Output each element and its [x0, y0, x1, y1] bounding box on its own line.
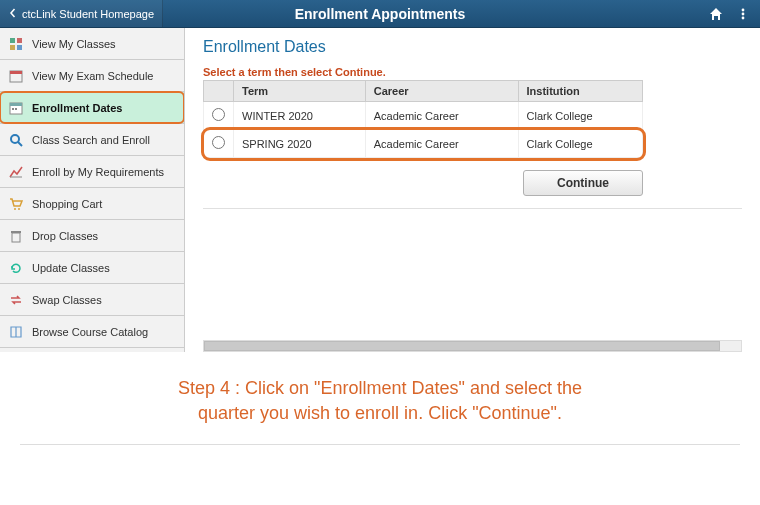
col-career: Career: [365, 81, 518, 102]
col-term: Term: [234, 81, 366, 102]
sidebar-item-label: Drop Classes: [32, 230, 98, 242]
back-button-label: ctcLink Student Homepage: [22, 8, 154, 20]
instruction-text: Select a term then select Continue.: [203, 66, 742, 78]
sidebar-item-swap-classes[interactable]: Swap Classes: [0, 284, 184, 316]
more-icon[interactable]: [736, 6, 750, 22]
sidebar-item-label: Update Classes: [32, 262, 110, 274]
sidebar-item-label: Browse Course Catalog: [32, 326, 148, 338]
search-icon: [8, 132, 24, 148]
main-content: Enrollment Dates Select a term then sele…: [185, 28, 760, 352]
institution-cell: Clark College: [518, 102, 642, 130]
caption-line: quarter you wish to enroll in. Click "Co…: [40, 401, 720, 426]
cart-icon: [8, 196, 24, 212]
svg-point-0: [742, 8, 745, 11]
term-row[interactable]: WINTER 2020 Academic Career Clark Colleg…: [204, 102, 643, 130]
topbar: ctcLink Student Homepage Enrollment Appo…: [0, 0, 760, 28]
svg-rect-5: [10, 45, 15, 50]
career-cell: Academic Career: [365, 130, 518, 158]
svg-rect-12: [15, 108, 17, 110]
sidebar-item-class-search[interactable]: Class Search and Enroll: [0, 124, 184, 156]
trash-icon: [8, 228, 24, 244]
sidebar-item-label: Swap Classes: [32, 294, 102, 306]
col-select: [204, 81, 234, 102]
sidebar-item-label: Enrollment Dates: [32, 102, 122, 114]
back-button[interactable]: ctcLink Student Homepage: [0, 0, 163, 27]
scrollbar-thumb[interactable]: [204, 341, 720, 351]
svg-rect-11: [12, 108, 14, 110]
caption-line: Step 4 : Click on "Enrollment Dates" and…: [40, 376, 720, 401]
book-icon: [8, 324, 24, 340]
sidebar-item-browse-catalog[interactable]: Browse Course Catalog: [0, 316, 184, 348]
sidebar: View My Classes View My Exam Schedule En…: [0, 28, 185, 352]
sidebar-item-view-classes[interactable]: View My Classes: [0, 28, 184, 60]
sidebar-item-label: Class Search and Enroll: [32, 134, 150, 146]
term-radio[interactable]: [212, 136, 225, 149]
svg-rect-18: [11, 231, 21, 233]
svg-point-13: [11, 135, 19, 143]
term-row[interactable]: SPRING 2020 Academic Career Clark Colleg…: [204, 130, 643, 158]
svg-point-2: [742, 16, 745, 19]
page-title: Enrollment Dates: [203, 38, 742, 56]
continue-button[interactable]: Continue: [523, 170, 643, 196]
refresh-icon: [8, 260, 24, 276]
caption-divider: [20, 444, 740, 445]
term-cell: WINTER 2020: [234, 102, 366, 130]
svg-rect-10: [10, 103, 22, 106]
home-icon[interactable]: [708, 6, 724, 22]
horizontal-scrollbar[interactable]: [203, 340, 742, 352]
svg-rect-17: [12, 233, 20, 242]
col-institution: Institution: [518, 81, 642, 102]
sidebar-item-update-classes[interactable]: Update Classes: [0, 252, 184, 284]
divider: [203, 208, 742, 209]
sidebar-item-enrollment-dates[interactable]: Enrollment Dates: [0, 92, 184, 124]
term-cell: SPRING 2020: [234, 130, 366, 158]
career-cell: Academic Career: [365, 102, 518, 130]
term-radio[interactable]: [212, 108, 225, 121]
svg-rect-6: [17, 45, 22, 50]
term-table: Term Career Institution WINTER 2020 Acad…: [203, 80, 643, 158]
calendar-date-icon: [8, 100, 24, 116]
chevron-left-icon: [8, 8, 18, 20]
svg-point-1: [742, 12, 745, 15]
sidebar-item-drop-classes[interactable]: Drop Classes: [0, 220, 184, 252]
svg-rect-4: [17, 38, 22, 43]
calendar-icon: [8, 68, 24, 84]
sidebar-item-enroll-requirements[interactable]: Enroll by My Requirements: [0, 156, 184, 188]
svg-rect-3: [10, 38, 15, 43]
svg-point-16: [18, 208, 20, 210]
sidebar-item-label: Shopping Cart: [32, 198, 102, 210]
institution-cell: Clark College: [518, 130, 642, 158]
chart-icon: [8, 164, 24, 180]
swap-icon: [8, 292, 24, 308]
sidebar-item-label: View My Classes: [32, 38, 116, 50]
sidebar-item-label: Enroll by My Requirements: [32, 166, 164, 178]
step-caption: Step 4 : Click on "Enrollment Dates" and…: [0, 352, 760, 438]
svg-line-14: [18, 142, 22, 146]
sidebar-item-label: View My Exam Schedule: [32, 70, 153, 82]
sidebar-item-shopping-cart[interactable]: Shopping Cart: [0, 188, 184, 220]
sidebar-item-exam-schedule[interactable]: View My Exam Schedule: [0, 60, 184, 92]
grid-icon: [8, 36, 24, 52]
svg-rect-8: [10, 71, 22, 74]
svg-point-15: [14, 208, 16, 210]
